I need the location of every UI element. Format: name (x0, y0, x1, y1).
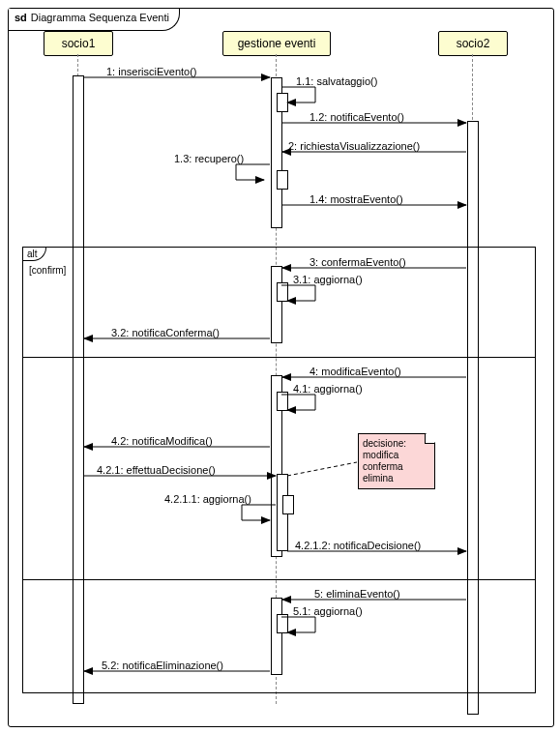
msg-5-2: 5.2: notificaEliminazione() (102, 660, 223, 671)
msg-3-1: 3.1: aggiorna() (293, 274, 363, 285)
frame-kind: sd (15, 12, 27, 23)
msg-1-2: 1.2: notificaEvento() (309, 111, 404, 123)
alt-separator-1 (23, 357, 535, 358)
sequence-diagram: sdDiagramma Sequenza Eventi socio1 gesti… (0, 0, 560, 733)
msg-3: 3: confermaEvento() (309, 256, 406, 268)
msg-1: 1: inserisciEvento() (106, 66, 197, 77)
msg-4-1: 4.1: aggiorna() (293, 383, 363, 395)
note-line: modifica (363, 450, 430, 461)
note-line: elimina (363, 473, 430, 484)
msg-1-1: 1.1: salvataggio() (296, 75, 377, 87)
note-corner-icon (425, 434, 434, 444)
alt-guard: [confirm] (29, 265, 66, 276)
activation-self-11 (277, 93, 288, 112)
alt-separator-2 (23, 579, 535, 580)
lifeline-head-socio1: socio1 (44, 31, 113, 56)
activation-self-13 (277, 170, 288, 190)
msg-5-1: 5.1: aggiorna() (293, 605, 363, 617)
msg-5: 5: eliminaEvento() (314, 588, 400, 600)
msg-4: 4: modificaEvento() (309, 366, 401, 377)
frame-name: Diagramma Sequenza Eventi (31, 12, 169, 23)
msg-3-2: 3.2: notificaConferma() (111, 327, 220, 338)
alt-label: alt (23, 248, 46, 261)
msg-4-2: 4.2: notificaModifica() (111, 435, 213, 447)
decision-note: decisione: modifica conferma elimina (358, 433, 435, 489)
lifeline-head-socio2: socio2 (438, 31, 508, 56)
frame-title: sdDiagramma Sequenza Eventi (9, 9, 180, 31)
msg-4-2-1: 4.2.1: effettuaDecisione() (97, 464, 216, 476)
lifeline-head-gestione: gestione eventi (222, 31, 331, 56)
msg-4-2-1-2: 4.2.1.2: notificaDecisione() (295, 540, 421, 551)
note-line: conferma (363, 461, 430, 473)
msg-2: 2: richiestaVisualizzazione() (288, 140, 420, 152)
note-line: decisione: (363, 438, 430, 450)
msg-1-3: 1.3: recupero() (174, 153, 244, 164)
msg-4-2-1-1: 4.2.1.1: aggiorna() (164, 493, 251, 505)
msg-1-4: 1.4: mostraEvento() (309, 193, 403, 205)
